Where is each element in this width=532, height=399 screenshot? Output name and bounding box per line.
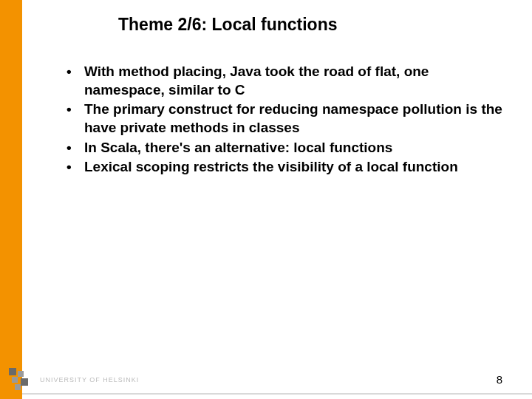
list-item: Lexical scoping restricts the visibility…: [66, 158, 502, 177]
accent-sidebar: [0, 0, 22, 399]
list-item: The primary construct for reducing names…: [66, 100, 502, 137]
page-number: 8: [497, 373, 502, 386]
list-item: In Scala, there's an alternative: local …: [66, 139, 502, 157]
svg-rect-1: [18, 371, 24, 377]
svg-rect-4: [15, 384, 21, 390]
slide-title: Theme 2/6: Local functions: [118, 15, 532, 35]
svg-rect-2: [12, 377, 18, 383]
institution-logo: UNIVERSITY OF HELSINKI: [7, 366, 139, 393]
svg-rect-0: [9, 368, 16, 375]
bullet-list: With method placing, Java took the road …: [66, 63, 502, 177]
svg-rect-3: [21, 378, 28, 386]
helsinki-logo-icon: [7, 366, 34, 393]
list-item: With method placing, Java took the road …: [66, 63, 502, 99]
slide-body: Theme 2/6: Local functions With method p…: [22, 0, 532, 399]
footer-divider: [22, 393, 532, 395]
slide-footer: UNIVERSITY OF HELSINKI 8: [0, 362, 532, 399]
institution-name: UNIVERSITY OF HELSINKI: [40, 376, 139, 383]
